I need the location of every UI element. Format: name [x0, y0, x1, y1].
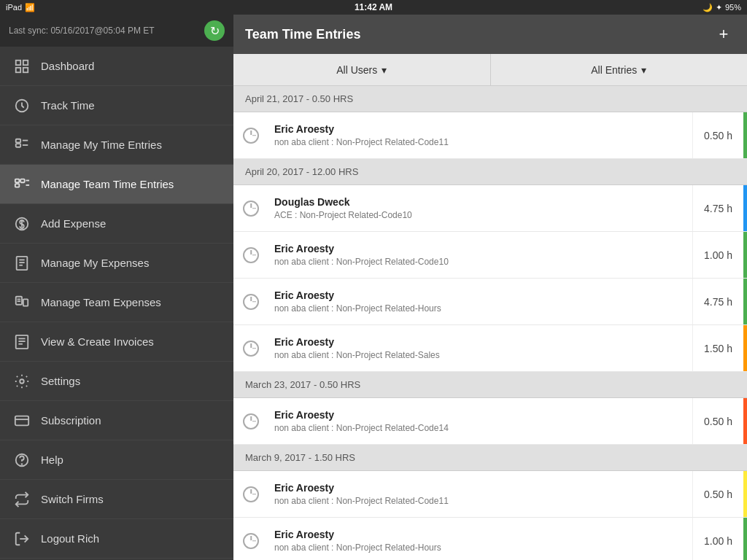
entry-name: Eric Aroesty	[274, 529, 686, 540]
svg-rect-1	[23, 60, 28, 64]
svg-rect-10	[15, 184, 20, 187]
filter-bar: All Users ▾ All Entries ▾	[233, 54, 747, 86]
team-list-icon	[12, 174, 32, 195]
entry-detail: non aba client : Non-Project Related-Cod…	[274, 496, 686, 506]
sidebar-label-track-time: Track Time	[41, 99, 95, 112]
refresh-button[interactable]: ↻	[204, 20, 225, 41]
status-right: 🌙 ✦ 95%	[703, 3, 741, 12]
status-time: 11:42 AM	[355, 2, 392, 12]
entry-info: Eric Aroesty non aba client : Non-Projec…	[268, 236, 692, 274]
clock-cell	[233, 247, 268, 263]
entry-info: Eric Aroesty non aba client : Non-Projec…	[268, 402, 692, 440]
entry-row[interactable]: Eric Aroesty non aba client : Non-Projec…	[233, 471, 747, 518]
switch-icon	[12, 489, 32, 510]
svg-rect-6	[16, 144, 20, 147]
entry-info: Eric Aroesty non aba client : Non-Projec…	[268, 282, 692, 321]
clock-entry-icon	[243, 413, 259, 429]
entry-name: Eric Aroesty	[274, 289, 686, 301]
entry-row[interactable]: Douglas Dweck ACE : Non-Project Related-…	[233, 185, 747, 232]
sidebar-item-switch-firms[interactable]: Switch Firms	[0, 480, 233, 519]
sidebar-label-add-expense: Add Expense	[41, 217, 106, 230]
sidebar-label-team-expenses: Manage Team Expenses	[41, 296, 161, 308]
entry-row[interactable]: Eric Aroesty non aba client : Non-Projec…	[233, 232, 747, 279]
sidebar-label-my-time-entries: Manage My Time Entries	[41, 139, 162, 151]
entries-list: April 21, 2017 - 0.50 HRS Eric Aroesty n…	[233, 86, 747, 560]
entries-filter-label: All Entries	[591, 64, 637, 76]
sidebar-item-settings[interactable]: Settings	[0, 362, 233, 401]
sidebar-item-subscription[interactable]: Subscription	[0, 401, 233, 440]
clock-entry-icon	[243, 533, 259, 549]
status-left: iPad 📶	[6, 3, 35, 12]
entry-row[interactable]: Eric Aroesty non aba client : Non-Projec…	[233, 325, 747, 372]
entry-detail: non aba client : Non-Project Related-Cod…	[274, 423, 686, 433]
clock-icon	[12, 96, 32, 116]
entries-filter-button[interactable]: All Entries ▾	[491, 54, 748, 85]
entry-info: Eric Aroesty non aba client : Non-Projec…	[268, 116, 692, 155]
clock-entry-icon	[243, 341, 259, 357]
sidebar-item-track-time[interactable]: Track Time	[0, 86, 233, 125]
entry-row[interactable]: Eric Aroesty non aba client : Non-Projec…	[233, 518, 747, 560]
users-filter-chevron: ▾	[382, 64, 387, 76]
entry-accent	[743, 325, 747, 371]
entry-info: Eric Aroesty non aba client : Non-Projec…	[268, 521, 692, 560]
device-label: iPad	[6, 3, 22, 12]
sidebar-item-dashboard[interactable]: Dashboard	[0, 47, 233, 86]
help-icon	[12, 450, 32, 470]
entry-hours: 4.75 h	[692, 279, 743, 324]
add-button[interactable]: +	[712, 23, 735, 46]
sidebar-item-my-time-entries[interactable]: Manage My Time Entries	[0, 125, 233, 165]
entry-accent	[743, 112, 747, 158]
clock-entry-icon	[243, 201, 259, 217]
entry-row[interactable]: Eric Aroesty non aba client : Non-Projec…	[233, 112, 747, 159]
sidebar-item-team-expenses[interactable]: Manage Team Expenses	[0, 283, 233, 322]
entry-hours: 1.00 h	[692, 232, 743, 278]
clock-entry-icon	[243, 247, 259, 263]
invoice-icon	[12, 332, 32, 352]
sidebar-label-subscription: Subscription	[41, 414, 101, 427]
entry-name: Douglas Dweck	[274, 196, 686, 208]
clock-cell	[233, 486, 268, 502]
svg-rect-29	[15, 416, 28, 425]
users-filter-button[interactable]: All Users ▾	[233, 54, 491, 85]
date-header-2: March 23, 2017 - 0.50 HRS	[233, 372, 747, 398]
entry-accent	[743, 518, 747, 560]
entry-hours: 0.50 h	[692, 112, 743, 158]
entry-hours: 0.50 h	[692, 471, 743, 517]
entries-filter-chevron: ▾	[641, 64, 646, 76]
clock-cell	[233, 413, 268, 429]
sidebar-item-add-expense[interactable]: Add Expense	[0, 204, 233, 244]
battery-indicator: 95%	[725, 3, 741, 12]
clock-cell	[233, 128, 268, 144]
entry-name: Eric Aroesty	[274, 482, 686, 494]
entry-info: Douglas Dweck ACE : Non-Project Related-…	[268, 189, 692, 228]
svg-rect-3	[23, 67, 28, 71]
entry-detail: non aba client : Non-Project Related-Hou…	[274, 542, 686, 553]
clock-entry-icon	[243, 128, 259, 144]
sidebar-item-team-time-entries[interactable]: Manage Team Time Entries	[0, 165, 233, 204]
entry-detail: non aba client : Non-Project Related-Cod…	[274, 257, 686, 267]
list-icon	[12, 135, 32, 155]
entry-name: Eric Aroesty	[274, 336, 686, 348]
wifi-icon: 📶	[25, 3, 35, 12]
entry-row[interactable]: Eric Aroesty non aba client : Non-Projec…	[233, 279, 747, 325]
entry-row[interactable]: Eric Aroesty non aba client : Non-Projec…	[233, 398, 747, 445]
date-header-0: April 21, 2017 - 0.50 HRS	[233, 86, 747, 112]
clock-cell	[233, 341, 268, 357]
svg-point-28	[20, 379, 24, 384]
page-title: Team Time Entries	[245, 27, 360, 42]
sidebar-label-dashboard: Dashboard	[41, 60, 94, 72]
entry-hours: 4.75 h	[692, 185, 743, 231]
sidebar-item-help[interactable]: Help	[0, 440, 233, 480]
entry-info: Eric Aroesty non aba client : Non-Projec…	[268, 329, 692, 368]
clock-cell	[233, 201, 268, 217]
grid-icon	[12, 56, 32, 77]
sidebar-item-invoices[interactable]: View & Create Invoices	[0, 322, 233, 362]
sidebar-item-my-expenses[interactable]: Manage My Expenses	[0, 244, 233, 283]
sync-bar: Last sync: 05/16/2017@05:04 PM ET ↻	[0, 15, 233, 47]
clock-cell	[233, 533, 268, 549]
sidebar-item-logout[interactable]: Logout Rich	[0, 519, 233, 559]
svg-point-32	[22, 464, 23, 464]
sidebar-label-my-expenses: Manage My Expenses	[41, 257, 149, 269]
date-header-3: March 9, 2017 - 1.50 HRS	[233, 445, 747, 471]
svg-rect-9	[15, 179, 20, 182]
